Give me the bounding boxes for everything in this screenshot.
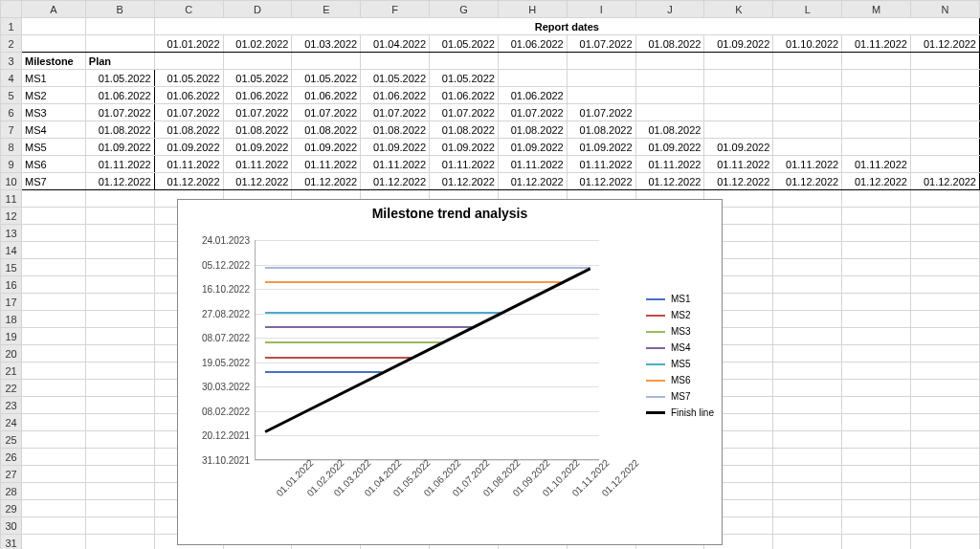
cell[interactable] bbox=[773, 397, 842, 414]
cell[interactable] bbox=[842, 362, 911, 380]
cell[interactable] bbox=[910, 517, 979, 535]
cell[interactable]: 01.12.2022 bbox=[430, 173, 499, 190]
cell[interactable]: 01.09.2022 bbox=[567, 139, 635, 156]
cell[interactable] bbox=[842, 104, 911, 121]
cell[interactable] bbox=[910, 535, 979, 550]
cell[interactable]: 01.08.2022 bbox=[292, 121, 361, 139]
cell[interactable]: 01.07.2022 bbox=[223, 104, 292, 121]
cell[interactable] bbox=[773, 259, 842, 276]
cell[interactable]: 01.08.2022 bbox=[223, 121, 292, 139]
cell[interactable] bbox=[85, 449, 154, 466]
cell[interactable] bbox=[773, 500, 842, 517]
cell[interactable] bbox=[910, 70, 979, 87]
cell[interactable] bbox=[773, 311, 842, 328]
cell[interactable] bbox=[85, 483, 154, 500]
cell[interactable] bbox=[842, 208, 911, 225]
cell[interactable]: 01.09.2022 bbox=[704, 139, 773, 156]
cell[interactable] bbox=[85, 362, 154, 380]
cell[interactable] bbox=[842, 483, 911, 500]
cell[interactable] bbox=[22, 294, 86, 311]
cell[interactable] bbox=[22, 328, 86, 345]
cell[interactable] bbox=[910, 139, 979, 156]
row-8[interactable]: 8 bbox=[1, 139, 22, 156]
cell[interactable] bbox=[842, 535, 911, 550]
cell[interactable] bbox=[910, 397, 979, 414]
cell[interactable]: 01.08.2022 bbox=[430, 121, 499, 139]
cell[interactable]: 01.11.2022 bbox=[842, 35, 911, 53]
cell[interactable] bbox=[773, 190, 842, 208]
cell[interactable] bbox=[773, 431, 842, 449]
cell[interactable]: 01.11.2022 bbox=[635, 156, 704, 173]
cell[interactable] bbox=[910, 225, 979, 242]
cell[interactable] bbox=[773, 466, 842, 483]
cell[interactable] bbox=[910, 121, 979, 139]
cell[interactable] bbox=[85, 294, 154, 311]
cell[interactable] bbox=[85, 18, 154, 35]
cell[interactable] bbox=[842, 414, 911, 431]
cell[interactable] bbox=[85, 311, 154, 328]
cell[interactable]: 01.01.2022 bbox=[154, 35, 223, 53]
cell[interactable]: 01.12.2022 bbox=[567, 173, 635, 190]
cell[interactable] bbox=[910, 276, 979, 294]
cell[interactable]: 01.08.2022 bbox=[498, 121, 567, 139]
cell[interactable] bbox=[773, 87, 842, 104]
cell[interactable]: 01.06.2022 bbox=[223, 87, 292, 104]
cell[interactable]: 01.11.2022 bbox=[361, 156, 430, 173]
cell[interactable] bbox=[842, 225, 911, 242]
col-D[interactable]: D bbox=[223, 1, 292, 18]
cell[interactable]: 01.09.2022 bbox=[154, 139, 223, 156]
cell[interactable] bbox=[773, 345, 842, 362]
row-17[interactable]: 17 bbox=[1, 294, 22, 311]
cell[interactable] bbox=[22, 276, 86, 294]
cell[interactable] bbox=[910, 208, 979, 225]
row-25[interactable]: 25 bbox=[1, 431, 22, 449]
cell[interactable] bbox=[910, 380, 979, 397]
cell[interactable]: 01.11.2022 bbox=[292, 156, 361, 173]
cell[interactable]: 01.10.2022 bbox=[773, 35, 842, 53]
cell[interactable] bbox=[842, 139, 911, 156]
cell[interactable] bbox=[85, 208, 154, 225]
cell[interactable] bbox=[773, 449, 842, 466]
cell[interactable]: 01.06.2022 bbox=[430, 87, 499, 104]
chart[interactable]: Milestone trend analysis 31.10.202120.12… bbox=[177, 199, 723, 545]
cell[interactable] bbox=[910, 87, 979, 104]
row-20[interactable]: 20 bbox=[1, 345, 22, 362]
cell[interactable]: 01.05.2022 bbox=[361, 70, 430, 87]
report-dates-header[interactable]: Report dates bbox=[154, 18, 979, 35]
row-29[interactable]: 29 bbox=[1, 500, 22, 517]
cell[interactable] bbox=[842, 517, 911, 535]
col-G[interactable]: G bbox=[430, 1, 499, 18]
cell[interactable]: 01.07.2022 bbox=[567, 104, 635, 121]
cell[interactable] bbox=[85, 466, 154, 483]
cell[interactable]: 01.05.2022 bbox=[154, 70, 223, 87]
col-F[interactable]: F bbox=[361, 1, 430, 18]
cell[interactable]: 01.12.2022 bbox=[635, 173, 704, 190]
row-22[interactable]: 22 bbox=[1, 380, 22, 397]
cell[interactable]: 01.09.2022 bbox=[430, 139, 499, 156]
row-14[interactable]: 14 bbox=[1, 242, 22, 259]
cell[interactable] bbox=[910, 156, 979, 173]
cell[interactable]: 01.06.2022 bbox=[498, 87, 567, 104]
cell[interactable]: 01.08.2022 bbox=[635, 35, 704, 53]
cell[interactable] bbox=[567, 87, 635, 104]
cell[interactable] bbox=[842, 345, 911, 362]
cell[interactable] bbox=[22, 535, 86, 550]
cell[interactable]: 01.08.2022 bbox=[361, 121, 430, 139]
cell[interactable]: 01.02.2022 bbox=[223, 35, 292, 53]
col-A[interactable]: A bbox=[22, 1, 86, 18]
cell[interactable] bbox=[910, 483, 979, 500]
cell[interactable] bbox=[635, 104, 704, 121]
cell[interactable] bbox=[910, 362, 979, 380]
cell[interactable] bbox=[22, 225, 86, 242]
cell[interactable] bbox=[22, 242, 86, 259]
cell[interactable] bbox=[22, 483, 86, 500]
cell[interactable]: 01.11.2022 bbox=[223, 156, 292, 173]
cell[interactable]: 01.08.2022 bbox=[635, 121, 704, 139]
cell[interactable] bbox=[22, 362, 86, 380]
cell[interactable]: 01.08.2022 bbox=[85, 121, 154, 139]
col-M[interactable]: M bbox=[842, 1, 911, 18]
cell[interactable]: 01.06.2022 bbox=[85, 87, 154, 104]
cell[interactable] bbox=[773, 276, 842, 294]
col-K[interactable]: K bbox=[704, 1, 773, 18]
cell[interactable] bbox=[842, 121, 911, 139]
